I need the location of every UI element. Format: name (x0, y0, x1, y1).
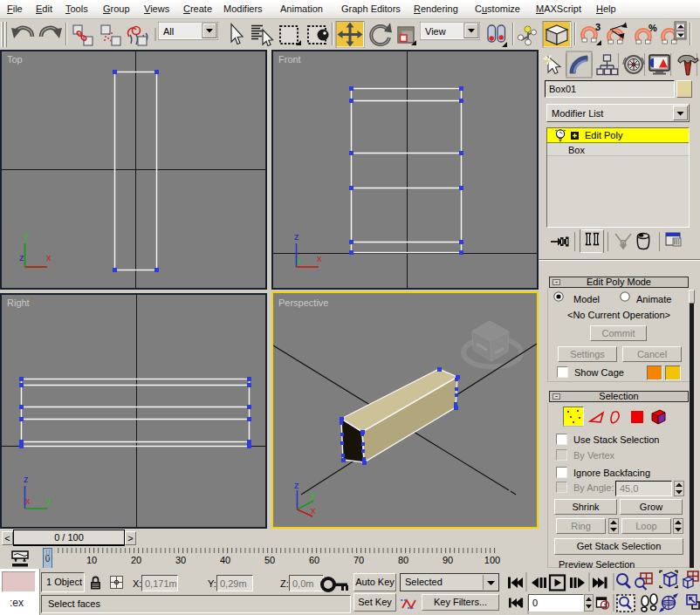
svg-text:z: z (294, 480, 299, 490)
svg-text:80: 80 (398, 555, 408, 565)
svg-text:All: All (163, 26, 174, 37)
svg-text:x: x (25, 495, 31, 506)
svg-text:%: % (649, 23, 657, 33)
svg-text:y: y (297, 255, 302, 265)
svg-text:z: z (294, 231, 299, 242)
svg-text:30: 30 (175, 555, 186, 565)
svg-text:50: 50 (264, 555, 275, 565)
svg-text:70: 70 (353, 555, 364, 565)
svg-text:z: z (19, 252, 24, 263)
svg-text:x: x (317, 253, 322, 263)
svg-text:y: y (46, 495, 51, 506)
svg-text:View: View (425, 26, 446, 37)
svg-text:20: 20 (131, 555, 141, 565)
svg-text:40: 40 (220, 555, 230, 565)
svg-text:90: 90 (443, 555, 453, 565)
svg-text:z: z (24, 474, 29, 484)
svg-text:3: 3 (595, 22, 600, 32)
svg-text:60: 60 (309, 555, 319, 565)
svg-text:y: y (311, 489, 316, 500)
svg-text:x: x (311, 505, 316, 516)
svg-text:10: 10 (86, 555, 97, 565)
svg-text:x: x (46, 252, 51, 263)
svg-text:100: 100 (484, 555, 500, 565)
svg-text:y: y (24, 229, 30, 240)
